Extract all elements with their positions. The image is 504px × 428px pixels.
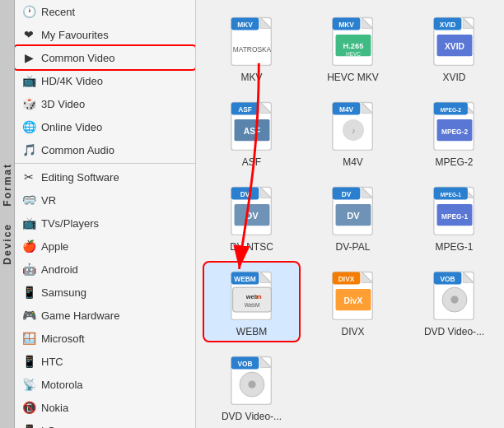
heart-icon: ❤ [21, 27, 36, 42]
svg-text:VOB: VOB [237, 360, 252, 368]
sidebar-item-common-video[interactable]: ▶Common Video [15, 46, 195, 69]
sidebar-item-3d-video[interactable]: 🎲3D Video [15, 92, 195, 115]
format-icon-m4v: M4V ♪ [324, 96, 382, 154]
sidebar-label-htc: HTC [41, 356, 63, 368]
svg-text:MKV: MKV [338, 21, 354, 29]
device-tab-label[interactable]: Device [2, 223, 13, 265]
sidebar-label-lg: LG [41, 425, 55, 429]
format-icon-dvd-video2: VOB [223, 351, 281, 408]
sidebar-item-tvs-players[interactable]: 📺TVs/Players [15, 212, 195, 235]
format-icon-xvid: XVID XVID [426, 12, 483, 69]
sidebar-label-motorola: Motorola [41, 379, 83, 391]
sidebar-label-microsoft: Microsoft [41, 333, 85, 345]
format-card-xvid[interactable]: XVID XVID XVID [407, 8, 502, 86]
svg-text:HEVC: HEVC [345, 51, 360, 57]
sidebar-label-vr: VR [41, 194, 56, 207]
sidebar-item-vr[interactable]: 🥽VR [15, 188, 195, 212]
online-icon: 🌐 [21, 119, 36, 134]
svg-text:VOB: VOB [440, 275, 455, 283]
format-card-mpeg1[interactable]: MPEG-1 MPEG-1 MPEG-1 [407, 178, 502, 256]
clock-icon: 🕐 [21, 4, 36, 19]
svg-text:DV: DV [347, 211, 360, 221]
svg-text:ASF: ASF [243, 127, 260, 136]
format-icon-dvd-vob: VOB [426, 266, 483, 323]
format-label-dvd-vob: DVD Video-... [424, 326, 484, 337]
sidebar-item-common-audio[interactable]: 🎵Common Audio [15, 138, 195, 161]
svg-text:m: m [256, 293, 262, 300]
samsung-icon: 📱 [21, 285, 36, 300]
svg-text:MPEG-1: MPEG-1 [440, 192, 460, 198]
svg-text:MPEG-2: MPEG-2 [440, 107, 460, 113]
format-label-dvd-video2: DVD Video-... [222, 411, 282, 422]
vr-icon: 🥽 [21, 193, 36, 207]
format-card-mpeg2[interactable]: MPEG-2 MPEG-2 MPEG-2 [407, 93, 502, 171]
sidebar-label-recent: Recent [41, 6, 75, 18]
sidebar-item-online-video[interactable]: 🌐Online Video [15, 115, 195, 138]
tv-icon: 📺 [21, 216, 36, 230]
format-card-webm[interactable]: WEBM web m WebM WEBM [204, 263, 299, 341]
format-card-dv-pal[interactable]: DV DV DV-PAL [306, 178, 400, 256]
format-card-mkv[interactable]: MKV MATROSKA MKV [204, 8, 299, 86]
lg-icon: 📱 [21, 423, 36, 428]
motorola-icon: 📡 [21, 377, 36, 392]
nokia-icon: 📵 [21, 400, 36, 415]
sidebar-label-online-video: Online Video [41, 121, 102, 133]
format-icon-webm: WEBM web m WebM [223, 266, 281, 323]
sidebar-item-editing-software[interactable]: ✂Editing Software [15, 165, 195, 188]
format-label-mkv: MKV [240, 72, 262, 83]
svg-text:WEBM: WEBM [234, 275, 256, 283]
svg-text:DV: DV [240, 190, 250, 198]
sidebar: 🕐Recent❤My Favourites▶Common Video📺HD/4K… [15, 0, 196, 428]
game-icon: 🎮 [21, 308, 36, 323]
sidebar-item-recent[interactable]: 🕐Recent [15, 0, 195, 23]
format-label-xvid: XVID [442, 72, 465, 83]
format-icon-hevc-mkv: MKV H.265 HEVC [324, 12, 382, 69]
format-icon-dv-pal: DV DV [324, 181, 382, 239]
apple-icon: 🍎 [21, 239, 36, 254]
format-card-dvd-video2[interactable]: VOB DVD Video-... [204, 347, 299, 426]
sidebar-item-apple[interactable]: 🍎Apple [15, 235, 195, 258]
format-card-hevc-mkv[interactable]: MKV H.265 HEVC HEVC MKV [306, 8, 400, 86]
format-label-divx: DIVX [341, 326, 364, 337]
sidebar-item-lg[interactable]: 📱LG [15, 419, 195, 428]
format-label-asf: ASF [242, 156, 261, 168]
format-card-dv-ntsc[interactable]: DV DV DV-NTSC [204, 178, 299, 256]
video-icon: ▶ [21, 50, 36, 65]
format-icon-mkv: MKV MATROSKA [223, 12, 281, 69]
sidebar-item-hd-4k-video[interactable]: 📺HD/4K Video [15, 69, 195, 92]
format-label-dv-pal: DV-PAL [336, 241, 371, 253]
sidebar-item-game-hardware[interactable]: 🎮Game Hardware [15, 304, 195, 327]
sidebar-label-hd-4k-video: HD/4K Video [41, 75, 103, 87]
sidebar-item-motorola[interactable]: 📡Motorola [15, 373, 195, 396]
format-tab-label[interactable]: Format [2, 163, 13, 207]
format-card-dvd-vob[interactable]: VOB DVD Video-... [407, 263, 502, 341]
vertical-tabs: Format Device [0, 0, 15, 428]
sidebar-label-my-favourites: My Favourites [41, 29, 109, 41]
svg-text:♪: ♪ [351, 127, 355, 135]
format-card-divx[interactable]: DIVX DivX DIVX [306, 263, 400, 341]
main-content: MKV MATROSKA MKV MKV H.265 HEVC HEVC MKV… [196, 0, 504, 428]
svg-text:DV: DV [341, 190, 351, 198]
sidebar-label-common-video: Common Video [41, 52, 114, 64]
hd-icon: 📺 [21, 73, 36, 88]
sidebar-item-htc[interactable]: 📱HTC [15, 350, 195, 373]
sidebar-item-samsung[interactable]: 📱Samsung [15, 281, 195, 304]
sidebar-item-android[interactable]: 🤖Android [15, 258, 195, 281]
svg-text:XVID: XVID [439, 21, 455, 29]
sidebar-item-my-favourites[interactable]: ❤My Favourites [15, 23, 195, 46]
sidebar-item-microsoft[interactable]: 🪟Microsoft [15, 327, 195, 350]
sidebar-label-3d-video: 3D Video [41, 98, 85, 110]
sidebar-label-common-audio: Common Audio [41, 144, 114, 156]
format-label-mpeg1: MPEG-1 [435, 241, 473, 253]
svg-point-92 [248, 380, 255, 388]
format-label-dv-ntsc: DV-NTSC [230, 241, 273, 253]
svg-text:H.265: H.265 [343, 42, 363, 50]
sidebar-label-samsung: Samsung [41, 286, 86, 299]
svg-text:ASF: ASF [238, 105, 252, 114]
format-card-asf[interactable]: ASF ASF ASF [204, 93, 299, 171]
microsoft-icon: 🪟 [21, 331, 36, 346]
format-card-m4v[interactable]: M4V ♪ M4V [306, 93, 400, 171]
format-grid: MKV MATROSKA MKV MKV H.265 HEVC HEVC MKV… [196, 0, 504, 428]
svg-text:DivX: DivX [343, 296, 362, 305]
sidebar-item-nokia[interactable]: 📵Nokia [15, 396, 195, 419]
